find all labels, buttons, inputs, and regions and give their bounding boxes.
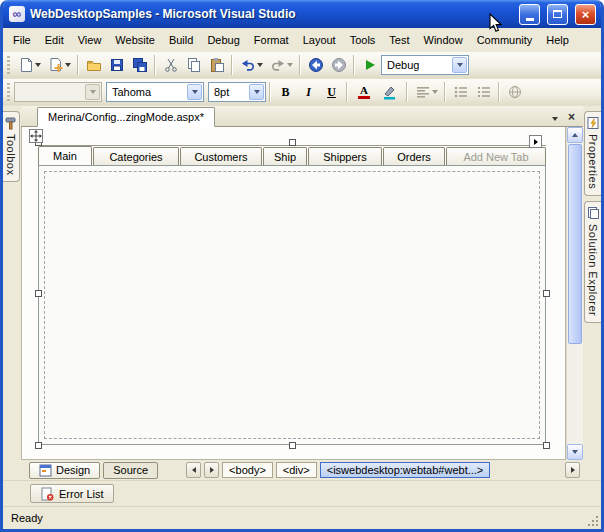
- toolbar-separator: [77, 55, 79, 75]
- sidebar-tab-toolbox[interactable]: Toolbox: [3, 111, 20, 182]
- window-title: WebDesktopSamples - Microsoft Visual Stu…: [30, 7, 512, 21]
- menu-item-edit[interactable]: Edit: [38, 30, 71, 50]
- designer-tab-ship[interactable]: Ship: [263, 147, 307, 165]
- combo-dropdown-button[interactable]: [452, 57, 467, 73]
- resize-handle-bottom-left[interactable]: [35, 442, 42, 449]
- vertical-scrollbar[interactable]: [566, 127, 583, 460]
- document-close-button[interactable]: ×: [568, 111, 575, 123]
- tag-scroll-right-button[interactable]: [204, 462, 219, 478]
- menu-item-window[interactable]: Window: [417, 30, 470, 50]
- designer-tab-categories[interactable]: Categories: [93, 147, 179, 165]
- menu-item-tools[interactable]: Tools: [343, 30, 383, 50]
- copy-button[interactable]: [182, 54, 205, 76]
- tag-scroll-left-button[interactable]: [186, 462, 201, 478]
- italic-button[interactable]: I: [297, 81, 320, 103]
- menu-item-help[interactable]: Help: [539, 30, 576, 50]
- designer-add-new-tab[interactable]: Add New Tab: [446, 147, 546, 165]
- menu-item-file[interactable]: File: [6, 30, 38, 50]
- selection-dashed-border: [44, 171, 540, 439]
- hyperlink-button[interactable]: [503, 81, 526, 103]
- design-view-button[interactable]: Design: [29, 462, 100, 479]
- add-item-button[interactable]: [44, 54, 74, 76]
- combo-dropdown-button[interactable]: [85, 84, 100, 100]
- resize-handle-top-center[interactable]: [289, 139, 296, 146]
- designer-tab-customers[interactable]: Customers: [180, 147, 262, 165]
- toolbar-grip[interactable]: [7, 83, 10, 101]
- menu-item-build[interactable]: Build: [162, 30, 200, 50]
- bullet-list-button[interactable]: [449, 81, 472, 103]
- close-icon: ×: [568, 110, 575, 124]
- cut-button[interactable]: [159, 54, 182, 76]
- bold-button[interactable]: B: [274, 81, 297, 103]
- bold-icon: B: [281, 85, 289, 100]
- toolbox-icon: [4, 116, 18, 130]
- menu-item-view[interactable]: View: [71, 30, 109, 50]
- designer-tab-shippers[interactable]: Shippers: [308, 147, 382, 165]
- close-button[interactable]: ×: [575, 4, 596, 25]
- minimize-button[interactable]: [519, 4, 540, 25]
- scroll-down-button[interactable]: [567, 444, 583, 460]
- menu-item-test[interactable]: Test: [382, 30, 416, 50]
- combo-dropdown-button[interactable]: [249, 84, 264, 100]
- resize-handle-bottom-right[interactable]: [543, 442, 550, 449]
- save-all-button[interactable]: [128, 54, 151, 76]
- copy-icon: [186, 57, 202, 73]
- font-size-combo[interactable]: 8pt: [208, 82, 266, 102]
- resize-handle-bottom-center[interactable]: [289, 442, 296, 449]
- resize-handle-middle-right[interactable]: [543, 290, 550, 297]
- combo-dropdown-button[interactable]: [187, 84, 202, 100]
- menu-item-website[interactable]: Website: [108, 30, 162, 50]
- font-color-button[interactable]: A: [351, 81, 377, 103]
- designer-tab-orders[interactable]: Orders: [383, 147, 445, 165]
- toolbar-separator: [269, 82, 271, 102]
- resize-handle-middle-left[interactable]: [35, 290, 42, 297]
- toolbar-separator: [444, 82, 446, 102]
- font-name-combo[interactable]: Tahoma: [106, 82, 204, 102]
- tag-body[interactable]: <body>: [222, 462, 273, 478]
- save-button[interactable]: [105, 54, 128, 76]
- scrollbar-thumb[interactable]: [568, 144, 582, 344]
- sidebar-tab-solution-explorer[interactable]: Solution Explorer: [584, 201, 601, 323]
- redo-button[interactable]: [266, 54, 296, 76]
- menu-item-debug[interactable]: Debug: [200, 30, 246, 50]
- minimize-icon: [526, 18, 534, 21]
- sidebar-tab-properties[interactable]: Properties: [584, 111, 601, 196]
- start-debug-button[interactable]: [358, 54, 381, 76]
- new-page-icon: [18, 57, 34, 73]
- underline-button[interactable]: U: [320, 81, 343, 103]
- source-view-button[interactable]: Source: [103, 462, 158, 479]
- document-tab[interactable]: Merina/Config...zingMode.aspx*: [37, 107, 215, 127]
- numbered-list-button[interactable]: [472, 81, 495, 103]
- maximize-button[interactable]: [547, 4, 568, 25]
- undo-button[interactable]: [236, 54, 266, 76]
- paste-button[interactable]: [205, 54, 228, 76]
- alignment-button[interactable]: [411, 81, 441, 103]
- error-list-button[interactable]: Error List: [30, 484, 114, 503]
- open-folder-icon: [86, 57, 102, 73]
- design-canvas[interactable]: Main Categories Customers Ship Shippers …: [21, 127, 566, 460]
- navigate-backward-button[interactable]: [304, 54, 327, 76]
- highlight-button[interactable]: [377, 81, 403, 103]
- menu-item-format[interactable]: Format: [247, 30, 296, 50]
- control-move-handle[interactable]: [29, 129, 43, 143]
- new-project-button[interactable]: [14, 54, 44, 76]
- font-size-value: 8pt: [214, 86, 229, 98]
- tag-webtab-selected[interactable]: <iswebdesktop:webtab#webt...>: [320, 462, 491, 478]
- webtab-content-panel[interactable]: [38, 165, 546, 445]
- open-file-button[interactable]: [82, 54, 105, 76]
- document-list-dropdown-button[interactable]: [552, 111, 558, 123]
- tag-div[interactable]: <div>: [276, 462, 317, 478]
- designer-tab-main[interactable]: Main: [38, 146, 92, 165]
- toolbar-grip[interactable]: [7, 56, 10, 74]
- mouse-cursor: [489, 13, 502, 33]
- block-format-combo[interactable]: [14, 82, 102, 102]
- menu-item-layout[interactable]: Layout: [296, 30, 343, 50]
- navigate-forward-icon: [331, 57, 347, 73]
- smart-tag-button[interactable]: [529, 135, 542, 148]
- resize-grip[interactable]: [586, 514, 600, 528]
- tag-overflow-right-button[interactable]: [565, 462, 580, 478]
- scroll-up-button[interactable]: [567, 127, 583, 143]
- navigate-forward-button[interactable]: [327, 54, 350, 76]
- menu-item-community[interactable]: Community: [470, 30, 540, 50]
- solution-configurations-combo[interactable]: Debug: [381, 55, 469, 75]
